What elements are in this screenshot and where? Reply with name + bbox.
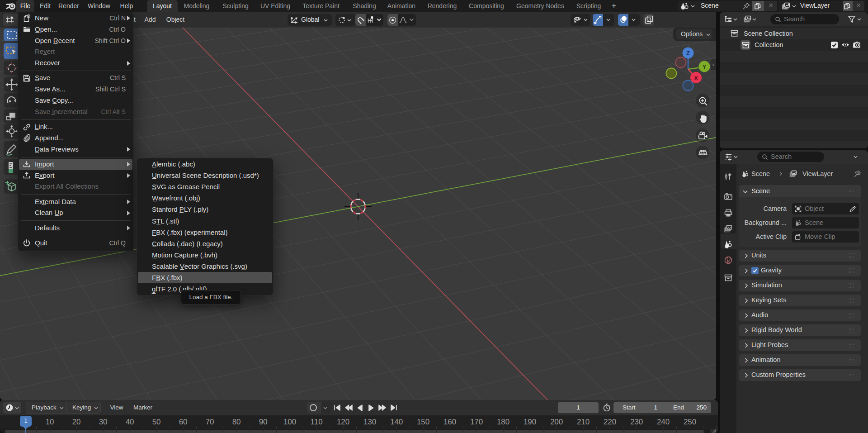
svg-text:Z: Z: [686, 50, 690, 57]
svg-text:X: X: [694, 75, 698, 81]
svg-text:Y: Y: [703, 63, 707, 70]
